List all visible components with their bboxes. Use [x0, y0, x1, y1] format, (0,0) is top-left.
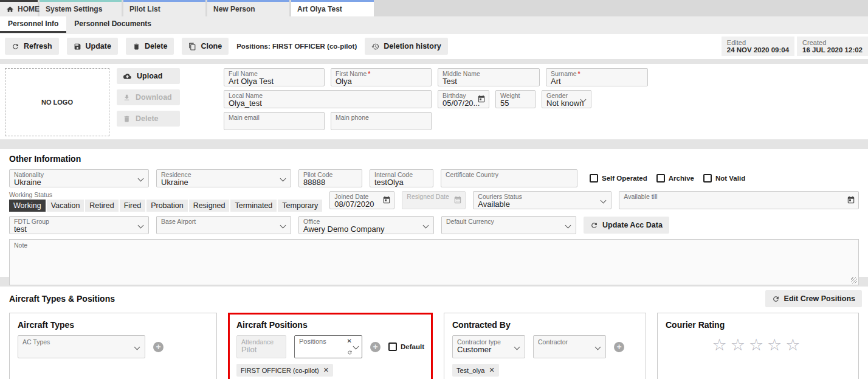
field-value: test	[14, 225, 144, 234]
button-label: Edit Crew Positions	[784, 294, 855, 303]
checkbox-label: Archive	[669, 175, 694, 182]
contractor-select[interactable]: Contractor	[533, 335, 606, 358]
fdtl-group-select[interactable]: FDTL Group test	[9, 216, 149, 234]
trash-icon	[133, 43, 140, 50]
tab-label: Art Olya Test	[297, 5, 342, 13]
gender-select[interactable]: Gender Not known	[542, 90, 591, 108]
created-label: Created	[802, 39, 863, 46]
status-fired[interactable]: Fired	[120, 200, 145, 212]
edited-label: Edited	[727, 39, 789, 46]
archive-checkbox[interactable]: Archive	[656, 174, 694, 183]
download-button[interactable]: Download	[117, 89, 180, 105]
upload-button[interactable]: Upload	[117, 68, 180, 84]
office-select[interactable]: Office Awery Demo Company	[298, 216, 434, 234]
logo-buttons: Upload Download Delete	[117, 68, 180, 139]
card-title: Aircraft Types	[18, 320, 208, 330]
status-probation[interactable]: Probation	[146, 200, 188, 212]
remove-tag-icon[interactable]: ✕	[489, 366, 494, 374]
status-vacation[interactable]: Vacation	[47, 200, 84, 212]
not-valid-checkbox[interactable]: Not Valid	[703, 174, 745, 183]
refresh-button[interactable]: Refresh	[5, 38, 59, 55]
calendar-icon[interactable]	[847, 196, 855, 204]
self-operated-checkbox[interactable]: Self Operated	[590, 174, 647, 183]
created-value: 16 JUL 2020 12:02	[802, 46, 863, 54]
field-label: Surname*	[551, 70, 643, 77]
card-title: Aircraft Positions	[236, 320, 424, 330]
full-name-field[interactable]: Full Name Art Olya Test	[224, 68, 325, 86]
residence-select[interactable]: Residence Ukraine	[156, 169, 291, 187]
delete-button[interactable]: Delete	[126, 38, 174, 55]
separator	[0, 139, 868, 149]
deletion-history-button[interactable]: Deletion history	[365, 38, 447, 55]
tab-art-olya-test[interactable]: Art Olya Test	[291, 0, 374, 16]
remove-tag-icon[interactable]: ✕	[323, 366, 329, 374]
edit-crew-positions-button[interactable]: Edit Crew Positions	[765, 290, 862, 307]
position-tag: FIRST OFFICER (co-pilot) ✕	[236, 364, 333, 377]
clone-button[interactable]: Clone	[182, 38, 229, 55]
calendar-icon[interactable]	[382, 196, 391, 204]
surname-field[interactable]: Surname* Art	[546, 68, 648, 86]
aircraft-positions-card: Aircraft Positions Attendance Pilot Posi…	[228, 313, 433, 379]
local-name-field[interactable]: Local Name Olya_test	[224, 90, 432, 108]
nationality-select[interactable]: Nationality Ukraine	[9, 169, 149, 187]
star-rating[interactable]: ☆☆☆☆☆	[666, 335, 850, 355]
tab-home[interactable]: HOME	[0, 0, 38, 16]
positions-summary: Positions: FIRST OFFICER (co-pilot)	[236, 43, 357, 50]
add-position-button[interactable]: +	[370, 342, 381, 352]
update-button[interactable]: Update	[67, 38, 118, 55]
main-phone-field[interactable]: Main phone	[331, 112, 432, 130]
status-working[interactable]: Working	[9, 200, 46, 212]
button-label: Deletion history	[384, 42, 441, 50]
middle-name-field[interactable]: Middle Name Test	[438, 68, 540, 86]
resigned-date-field: Resigned Date	[402, 191, 466, 209]
add-aircraft-type-button[interactable]: +	[153, 342, 164, 352]
field-value: Olya	[336, 77, 427, 86]
add-contractor-button[interactable]: +	[614, 342, 624, 352]
field-value: Awery Demo Company	[303, 225, 429, 234]
section-title: Aircraft Types & Positions	[9, 294, 115, 304]
logo-placeholder: NO LOGO	[5, 68, 109, 136]
reload-icon[interactable]	[347, 347, 353, 358]
positions-multiselect[interactable]: Positions ✕	[294, 335, 362, 358]
button-label: Delete	[145, 42, 168, 50]
couriers-status-select[interactable]: Couriers Status Available	[473, 191, 611, 209]
tab-personnel-info[interactable]: Personnel Info	[0, 16, 66, 33]
tab-system-settings[interactable]: System Settings	[40, 0, 122, 16]
status-temporary[interactable]: Temporary	[278, 200, 322, 212]
birthday-field[interactable]: Birthday 05/07/20...	[438, 90, 489, 108]
calendar-icon[interactable]	[477, 95, 486, 103]
status-resigned[interactable]: Resigned	[189, 200, 230, 212]
status-retired[interactable]: Retired	[85, 200, 118, 212]
internal-code-field[interactable]: Internal Code testOlya	[370, 169, 433, 187]
certificate-country-field[interactable]: Certificate Country	[441, 169, 577, 187]
first-name-field[interactable]: First Name* Olya	[331, 68, 432, 86]
contracted-by-card: Contracted By Contractor type Customer C…	[444, 313, 646, 379]
other-info-panel: Other Information Nationality Ukraine Re…	[0, 149, 868, 277]
main-email-field[interactable]: Main email	[224, 112, 325, 130]
home-icon	[6, 5, 14, 13]
base-airport-select[interactable]: Base Airport	[156, 216, 291, 234]
field-value: Ukraine	[14, 178, 144, 187]
field-label: Certificate Country	[446, 171, 573, 178]
weight-field[interactable]: Weight 55	[495, 90, 536, 108]
default-checkbox[interactable]: Default	[388, 342, 424, 351]
ac-types-select[interactable]: AC Types	[18, 335, 145, 358]
delete-logo-button[interactable]: Delete	[117, 111, 180, 127]
update-acc-data-button[interactable]: Update Acc Data	[584, 217, 669, 234]
field-value: Customer	[457, 346, 520, 354]
contractor-type-select[interactable]: Contractor type Customer	[452, 335, 525, 358]
field-label: Main phone	[336, 114, 427, 121]
pilot-code-field[interactable]: Pilot Code 88888	[298, 169, 362, 187]
button-label: Download	[136, 93, 172, 102]
tab-new-person[interactable]: New Person	[207, 0, 289, 16]
status-terminated[interactable]: Terminated	[230, 200, 277, 212]
default-currency-select[interactable]: Default Currency	[441, 216, 576, 234]
joined-date-field[interactable]: Joined Date 08/07/2020	[329, 191, 394, 209]
tab-personnel-documents[interactable]: Personnel Documents	[66, 16, 159, 33]
clear-icon[interactable]: ✕	[347, 338, 352, 344]
tab-pilot-list[interactable]: Pilot List	[123, 0, 205, 16]
checkbox-label: Self Operated	[602, 175, 647, 182]
note-textarea[interactable]: Note	[9, 239, 859, 285]
cloud-upload-icon	[123, 72, 132, 80]
available-till-field[interactable]: Available till	[619, 191, 859, 209]
